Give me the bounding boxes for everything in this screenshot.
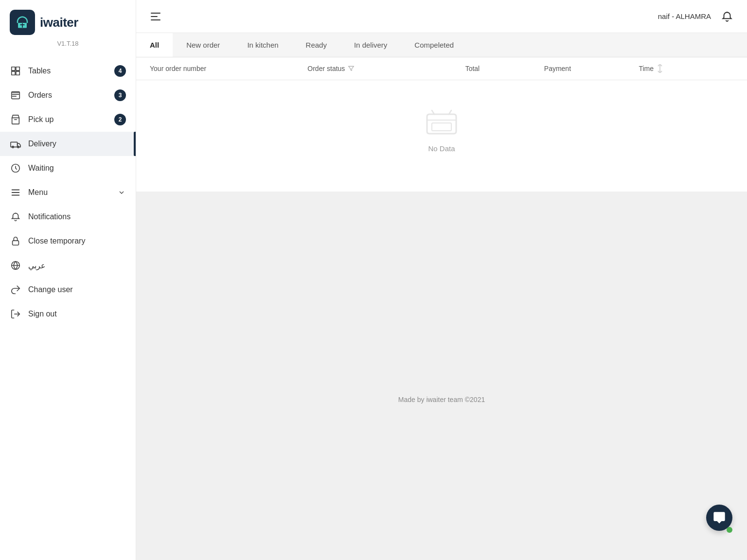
sidebar-item-notifications[interactable]: Notifications xyxy=(0,205,136,229)
tables-badge: 4 xyxy=(114,65,126,77)
no-data-text: No Data xyxy=(428,144,455,153)
hamburger-button[interactable] xyxy=(150,11,161,22)
chat-online-indicator xyxy=(727,527,732,533)
language-icon xyxy=(10,260,21,271)
sidebar-item-waiting[interactable]: Waiting xyxy=(0,156,136,180)
sidebar-item-change-user[interactable]: Change user xyxy=(0,278,136,302)
svg-rect-2 xyxy=(11,142,18,147)
tab-completed[interactable]: Compeleted xyxy=(401,33,467,57)
sidebar-item-orders[interactable]: Orders 3 xyxy=(0,83,136,107)
sidebar-item-menu[interactable]: Menu xyxy=(0,180,136,205)
change-user-icon xyxy=(10,284,21,296)
waiting-icon xyxy=(10,162,21,174)
svg-rect-14 xyxy=(432,123,451,131)
pickup-label: Pick up xyxy=(28,115,106,124)
menu-chevron-icon xyxy=(117,188,126,197)
nav-list: Tables 4 Orders 3 Pick up 2 Delivery xyxy=(0,55,136,560)
language-label: عربي xyxy=(28,261,126,270)
waiting-label: Waiting xyxy=(28,164,126,173)
delivery-label: Delivery xyxy=(28,140,126,148)
filter-icon[interactable] xyxy=(348,65,355,72)
svg-rect-8 xyxy=(12,195,20,196)
logo-area: iwaiter xyxy=(0,0,136,39)
tab-in-delivery[interactable]: In delivery xyxy=(340,33,401,57)
sidebar-item-close-temporary[interactable]: Close temporary xyxy=(0,229,136,253)
bell-icon[interactable] xyxy=(721,10,733,23)
pickup-icon xyxy=(10,114,21,125)
col-time: Time xyxy=(639,64,733,73)
header-right: naif - ALHAMRA xyxy=(658,10,733,23)
lock-icon xyxy=(10,235,21,247)
sidebar: iwaiter V1.T.18 Tables 4 Orders 3 Pick u… xyxy=(0,0,136,560)
sign-out-label: Sign out xyxy=(28,310,126,318)
col-order-status-label: Order status xyxy=(307,65,345,72)
tables-label: Tables xyxy=(28,67,106,75)
col-time-label: Time xyxy=(639,65,654,72)
sidebar-item-tables[interactable]: Tables 4 xyxy=(0,59,136,83)
tab-new-order[interactable]: New order xyxy=(173,33,233,57)
logo-icon xyxy=(10,10,35,35)
gray-area xyxy=(136,192,747,386)
tab-in-kitchen[interactable]: In kitchen xyxy=(233,33,292,57)
close-temporary-label: Close temporary xyxy=(28,237,126,245)
sidebar-item-sign-out[interactable]: Sign out xyxy=(0,302,136,326)
footer-text: Made by iwaiter team ©2021 xyxy=(398,396,485,403)
no-data-container: No Data xyxy=(136,80,747,192)
tables-icon xyxy=(10,65,21,77)
orders-badge: 3 xyxy=(114,89,126,101)
svg-rect-6 xyxy=(12,190,20,191)
change-user-label: Change user xyxy=(28,285,126,294)
content-area: All New order In kitchen Ready In delive… xyxy=(136,33,747,560)
user-name: naif - ALHAMRA xyxy=(658,12,711,20)
tab-ready[interactable]: Ready xyxy=(292,33,340,57)
col-payment: Payment xyxy=(544,64,639,73)
col-order-status: Order status xyxy=(307,64,465,73)
orders-label: Orders xyxy=(28,91,106,100)
no-data-icon xyxy=(425,109,459,139)
col-order-number: Your order number xyxy=(150,64,307,73)
sort-icon[interactable] xyxy=(657,64,663,73)
notifications-label: Notifications xyxy=(28,212,126,221)
pickup-badge: 2 xyxy=(114,114,126,125)
notifications-icon xyxy=(10,211,21,223)
col-total-label: Total xyxy=(465,65,480,72)
header: naif - ALHAMRA xyxy=(136,0,747,33)
col-payment-label: Payment xyxy=(544,65,571,72)
logo-text: iwaiter xyxy=(40,15,78,30)
table-header: Your order number Order status Total Pay… xyxy=(136,57,747,80)
col-order-number-label: Your order number xyxy=(150,65,206,72)
svg-rect-10 xyxy=(13,241,19,245)
orders-panel: All New order In kitchen Ready In delive… xyxy=(136,33,747,192)
menu-label: Menu xyxy=(28,188,110,197)
orders-icon xyxy=(10,89,21,101)
sidebar-item-pickup[interactable]: Pick up 2 xyxy=(0,107,136,132)
sidebar-item-delivery[interactable]: Delivery xyxy=(0,132,136,156)
col-total: Total xyxy=(465,64,544,73)
version-text: V1.T.18 xyxy=(0,39,136,55)
svg-rect-7 xyxy=(12,192,20,193)
menu-icon xyxy=(10,187,21,198)
footer: Made by iwaiter team ©2021 xyxy=(136,386,747,413)
main-content: naif - ALHAMRA All New order In kitchen … xyxy=(136,0,747,560)
tab-all[interactable]: All xyxy=(136,33,173,57)
sign-out-icon xyxy=(10,308,21,320)
tabs-bar: All New order In kitchen Ready In delive… xyxy=(136,33,747,57)
sidebar-item-language[interactable]: عربي xyxy=(0,253,136,278)
delivery-icon xyxy=(10,138,21,150)
